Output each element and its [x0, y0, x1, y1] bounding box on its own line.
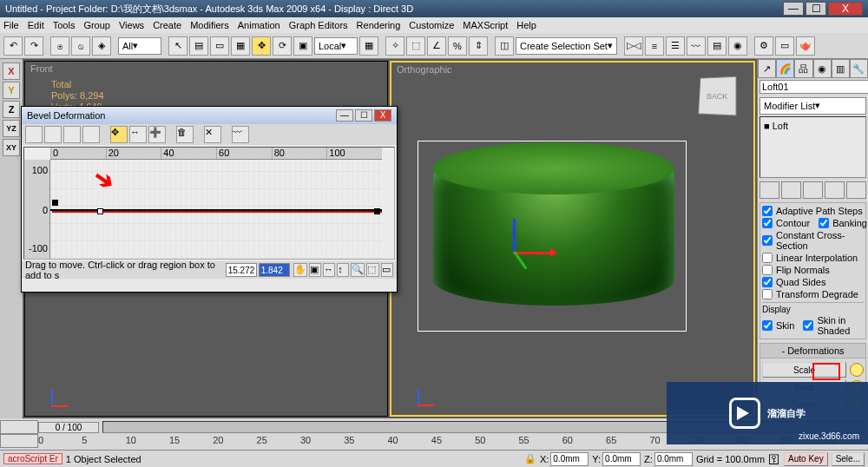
- dialog-titlebar[interactable]: Bevel Deformation — ☐ X: [22, 107, 397, 124]
- zoom-icon[interactable]: 🔍: [351, 263, 365, 277]
- viewport-orthographic[interactable]: Orthographic BACK: [390, 61, 755, 417]
- percent-snap-icon[interactable]: %: [448, 36, 467, 56]
- gizmo-z-axis[interactable]: [513, 219, 516, 253]
- contour-checkbox[interactable]: [762, 218, 773, 228]
- rotate-icon[interactable]: ⟳: [273, 36, 292, 56]
- skin-shaded-checkbox[interactable]: [803, 320, 813, 331]
- remove-mod-icon[interactable]: [825, 181, 845, 199]
- ref-coord-combo[interactable]: Local ▾: [314, 37, 358, 55]
- create-tab-icon[interactable]: ↗: [758, 59, 776, 78]
- time-slider-handle[interactable]: 0 / 100: [38, 422, 99, 433]
- pin-stack-icon[interactable]: [760, 181, 779, 199]
- minimize-button[interactable]: —: [783, 2, 804, 16]
- bulb-icon[interactable]: [850, 363, 864, 377]
- adaptive-path-checkbox[interactable]: [762, 206, 773, 216]
- delete-point-icon[interactable]: 🗑: [176, 126, 194, 143]
- zoom-h-icon[interactable]: ↔: [323, 263, 335, 277]
- snap-icon[interactable]: ⬚: [406, 36, 425, 56]
- auto-key-button[interactable]: Auto Key: [784, 452, 828, 466]
- configure-sets-icon[interactable]: [846, 181, 866, 199]
- render-icon[interactable]: 🫖: [796, 36, 815, 56]
- bind-icon[interactable]: ◈: [92, 36, 111, 56]
- select-name-icon[interactable]: ▤: [189, 36, 208, 56]
- selection-filter-combo[interactable]: All ▾: [118, 37, 161, 55]
- pivot-icon[interactable]: ▦: [359, 36, 378, 56]
- scale-point-icon[interactable]: ↔: [129, 126, 147, 143]
- bevel-deformation-window[interactable]: Bevel Deformation — ☐ X ✥ ↔ ➕ 🗑 ✕ 〰 0204…: [21, 106, 398, 293]
- named-sel-icon[interactable]: ◫: [495, 36, 514, 56]
- symmetry-icon[interactable]: [25, 126, 43, 143]
- coord-z-field[interactable]: [654, 452, 693, 466]
- display-y-icon[interactable]: [63, 126, 81, 143]
- move-icon[interactable]: ✥: [252, 36, 271, 56]
- undo-icon[interactable]: ↶: [3, 36, 23, 56]
- manipulate-icon[interactable]: ✧: [385, 36, 404, 56]
- bevel-value-2[interactable]: [259, 263, 290, 277]
- maximize-button[interactable]: ☐: [806, 2, 826, 16]
- rollout-header[interactable]: - Deformations: [760, 344, 865, 358]
- menu-animation[interactable]: Animation: [238, 20, 280, 30]
- align-icon[interactable]: ≡: [645, 36, 664, 56]
- menu-create[interactable]: Create: [153, 20, 181, 30]
- deformation-graph[interactable]: 020406080100 100 0 -100 ➔: [23, 147, 395, 260]
- menu-file[interactable]: File: [3, 20, 19, 30]
- trackbar-toggle[interactable]: [0, 420, 38, 448]
- display-tab-icon[interactable]: ▥: [832, 59, 850, 78]
- maxscript-error[interactable]: acroScript Er: [3, 453, 62, 464]
- move-point-icon[interactable]: ✥: [110, 126, 128, 143]
- show-result-icon[interactable]: [781, 181, 801, 199]
- motion-tab-icon[interactable]: ◉: [813, 59, 832, 78]
- flip-normals-checkbox[interactable]: [762, 265, 773, 275]
- axis-yz-button[interactable]: YZ: [3, 120, 20, 137]
- axis-x-button[interactable]: X: [3, 62, 20, 80]
- schematic-icon[interactable]: ▤: [707, 36, 727, 56]
- zoom-ext-icon[interactable]: ▣: [309, 263, 321, 277]
- redo-icon[interactable]: ↷: [24, 36, 43, 56]
- menu-views[interactable]: Views: [119, 20, 144, 30]
- quad-sides-checkbox[interactable]: [762, 277, 773, 287]
- skin-checkbox[interactable]: [762, 320, 773, 331]
- menu-rendering[interactable]: Rendering: [357, 20, 401, 30]
- mirror-icon[interactable]: ▷◁: [624, 36, 643, 56]
- gizmo-x-axis[interactable]: [513, 252, 556, 254]
- dialog-maximize-button[interactable]: ☐: [355, 109, 372, 122]
- zoom-v-icon[interactable]: ↕: [337, 263, 349, 277]
- zoom-fit-icon[interactable]: ▭: [381, 263, 393, 277]
- link-icon[interactable]: ⍟: [50, 36, 69, 56]
- window-crossing-icon[interactable]: ▦: [231, 36, 250, 56]
- close-button[interactable]: X: [828, 2, 863, 16]
- display-xy-icon[interactable]: [82, 126, 100, 143]
- reset-icon[interactable]: ✕: [204, 126, 221, 143]
- render-frame-icon[interactable]: ▭: [775, 36, 794, 56]
- control-point[interactable]: [374, 208, 380, 214]
- menu-maxscript[interactable]: MAXScript: [463, 20, 508, 30]
- viewcube[interactable]: BACK: [698, 76, 736, 116]
- menu-grapheditors[interactable]: Graph Editors: [289, 20, 348, 30]
- selection-set-combo[interactable]: Create Selection Set ▾: [516, 37, 617, 55]
- transform-degrade-checkbox[interactable]: [762, 289, 773, 299]
- control-point[interactable]: [52, 200, 58, 206]
- render-setup-icon[interactable]: ⚙: [754, 36, 773, 56]
- menu-tools[interactable]: Tools: [53, 20, 76, 30]
- object-name-field[interactable]: [760, 80, 868, 94]
- spinner-snap-icon[interactable]: ⇕: [469, 36, 488, 56]
- key-icon[interactable]: ⚿: [768, 452, 780, 466]
- hierarchy-tab-icon[interactable]: 品: [794, 59, 812, 78]
- stack-item-loft[interactable]: ■ Loft: [762, 119, 864, 133]
- display-x-icon[interactable]: [44, 126, 62, 143]
- utilities-tab-icon[interactable]: 🔧: [850, 59, 868, 78]
- material-icon[interactable]: ◉: [728, 36, 747, 56]
- modifier-list-combo[interactable]: Modifier List ▾: [760, 97, 866, 115]
- select-icon[interactable]: ↖: [168, 36, 187, 56]
- modifier-stack[interactable]: ■ Loft: [760, 116, 866, 178]
- insert-point-icon[interactable]: ➕: [148, 126, 166, 143]
- menu-group[interactable]: Group: [83, 20, 110, 30]
- modify-tab-icon[interactable]: 🌈: [776, 59, 794, 78]
- coord-y-field[interactable]: [602, 452, 641, 466]
- curve-tool-icon[interactable]: 〰: [232, 126, 249, 143]
- menu-edit[interactable]: Edit: [28, 20, 44, 30]
- selected-button[interactable]: Sele...: [832, 452, 865, 466]
- angle-snap-icon[interactable]: ∠: [427, 36, 446, 56]
- dialog-minimize-button[interactable]: —: [336, 109, 353, 122]
- menu-help[interactable]: Help: [516, 20, 536, 30]
